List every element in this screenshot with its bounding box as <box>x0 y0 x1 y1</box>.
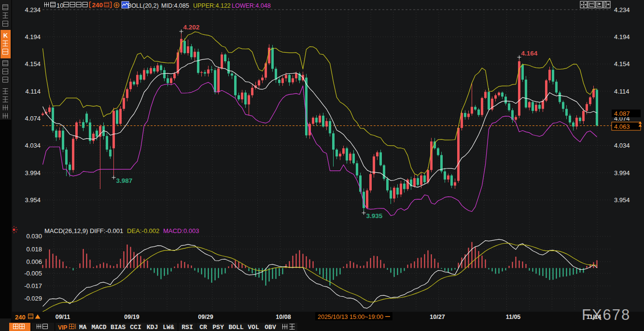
svg-text:2025/10/13 15:00~19:00: 2025/10/13 15:00~19:00 <box>318 314 383 320</box>
svg-text:RSI: RSI <box>182 324 193 331</box>
svg-text:11/05: 11/05 <box>506 314 521 320</box>
svg-text:09/29: 09/29 <box>198 314 213 320</box>
svg-text:4.234: 4.234 <box>25 6 41 14</box>
svg-text:UPPER:4.122: UPPER:4.122 <box>193 2 231 9</box>
svg-text:MACD: MACD <box>91 324 106 331</box>
svg-text:3.935: 3.935 <box>366 212 383 220</box>
svg-text:MA: MA <box>79 324 87 331</box>
svg-text:4.164: 4.164 <box>521 50 538 57</box>
svg-text:4.194: 4.194 <box>25 33 41 41</box>
svg-text:3.994: 3.994 <box>25 169 41 177</box>
svg-text:240: 240 <box>92 1 103 9</box>
svg-text:4.114: 4.114 <box>25 88 41 95</box>
svg-text:DEA:-0.002: DEA:-0.002 <box>127 227 159 234</box>
svg-text:3.954: 3.954 <box>614 196 630 204</box>
svg-text:09/19: 09/19 <box>124 314 139 320</box>
svg-text:3.954: 3.954 <box>25 196 41 204</box>
svg-text:09/11: 09/11 <box>56 314 70 320</box>
svg-text:3.987: 3.987 <box>116 177 133 184</box>
svg-text:VIP: VIP <box>58 324 67 331</box>
svg-text:4.034: 4.034 <box>614 142 630 149</box>
svg-text:MID:4.085: MID:4.085 <box>161 2 189 9</box>
svg-text:4.074: 4.074 <box>25 115 41 122</box>
svg-text:BOLL(20,2): BOLL(20,2) <box>127 2 159 9</box>
svg-text:0.018: 0.018 <box>26 246 42 253</box>
svg-text:LW&: LW& <box>163 324 174 331</box>
svg-text:4.063: 4.063 <box>614 123 630 130</box>
svg-text:-0.017: -0.017 <box>24 282 42 290</box>
svg-text:0.006: 0.006 <box>26 258 42 265</box>
svg-text:BOLL: BOLL <box>228 324 243 331</box>
svg-text:K: K <box>3 32 8 39</box>
svg-text:PSY: PSY <box>212 324 224 331</box>
svg-text:KDJ: KDJ <box>147 324 158 331</box>
svg-text:BIAS: BIAS <box>111 324 126 331</box>
svg-text:CR: CR <box>199 324 207 331</box>
svg-text:4.034: 4.034 <box>25 142 41 149</box>
svg-text:4.234: 4.234 <box>614 6 630 14</box>
svg-text:MACD(26,12,9) DIFF:-0.001: MACD(26,12,9) DIFF:-0.001 <box>44 227 123 234</box>
svg-text:10/08: 10/08 <box>276 314 291 320</box>
svg-text:4.154: 4.154 <box>25 60 41 68</box>
svg-text:10/27: 10/27 <box>430 314 445 320</box>
svg-text:240: 240 <box>15 314 26 321</box>
svg-text:LOWER:4.048: LOWER:4.048 <box>232 2 271 9</box>
svg-text:0.030: 0.030 <box>26 233 42 240</box>
svg-text:3.994: 3.994 <box>614 169 630 177</box>
svg-text:OBV: OBV <box>265 324 276 331</box>
svg-text:4.202: 4.202 <box>183 24 200 31</box>
svg-text:4.154: 4.154 <box>614 60 630 68</box>
svg-text:CCI: CCI <box>130 324 141 331</box>
svg-text:FX678: FX678 <box>582 306 630 323</box>
svg-text:MACD:0.003: MACD:0.003 <box>163 227 199 234</box>
svg-text:-0.005: -0.005 <box>24 270 42 277</box>
svg-text:4.087: 4.087 <box>614 110 630 117</box>
svg-text:4.114: 4.114 <box>614 88 630 95</box>
svg-text:-0.029: -0.029 <box>24 295 42 302</box>
svg-text:VOL: VOL <box>248 324 259 331</box>
svg-text:10: 10 <box>56 2 63 9</box>
svg-text:4.194: 4.194 <box>614 33 630 41</box>
